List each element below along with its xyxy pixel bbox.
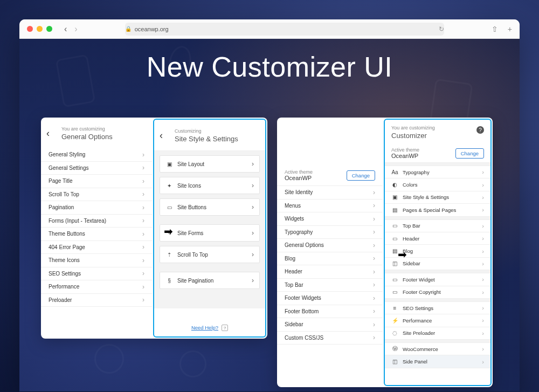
panel-title: Customizer xyxy=(391,132,484,140)
panel-old-root: Active theme OceanWP Change Site Identit… xyxy=(277,118,383,387)
menu-item[interactable]: ✦Site Icons› xyxy=(160,177,260,194)
address-bar[interactable]: 🔒 oceanwp.org ↻ xyxy=(125,23,444,36)
window-controls[interactable] xyxy=(27,26,52,32)
chevron-right-icon: › xyxy=(482,359,484,365)
chevron-right-icon: › xyxy=(252,203,254,211)
chevron-right-icon: › xyxy=(373,321,375,328)
active-theme-label: Active theme xyxy=(285,169,313,175)
menu-item-label: Top Bar xyxy=(285,282,303,288)
arrow-icon: ➡ xyxy=(398,248,407,261)
menu-item[interactable]: ▭Site Buttons› xyxy=(160,198,260,216)
forward-icon: › xyxy=(74,24,77,34)
menu-item[interactable]: Header› xyxy=(277,265,383,279)
back-button[interactable]: ‹ xyxy=(46,127,50,139)
item-icon: ▭ xyxy=(391,289,398,295)
item-icon: ▭ xyxy=(391,236,398,242)
menu-item[interactable]: ▭Footer Copyright› xyxy=(385,286,490,299)
menu-item-label: Site Identity xyxy=(285,189,313,195)
item-icon: ⇡ xyxy=(165,251,173,258)
browser-toolbar: ‹ › 🔒 oceanwp.org ↻ ⇧ + xyxy=(19,19,520,39)
menu-item[interactable]: Sidebar› xyxy=(277,318,383,332)
menu-item[interactable]: General Settings› xyxy=(41,162,152,175)
menu-item[interactable]: ▭Top Bar› xyxy=(385,220,490,232)
menu-item[interactable]: Preloader› xyxy=(41,294,152,307)
menu-item[interactable]: ⚡Performance› xyxy=(385,314,490,327)
item-icon: ◐ xyxy=(391,182,398,188)
close-icon[interactable] xyxy=(27,26,33,32)
menu-item-label: Performance xyxy=(403,318,432,324)
menu-item[interactable]: Widgets› xyxy=(277,212,383,226)
menu-item[interactable]: General Styling› xyxy=(41,148,152,162)
menu-item-label: Theme Buttons xyxy=(49,231,85,237)
menu-item[interactable]: Forms (Input - Textarea)› xyxy=(41,215,152,228)
menu-item[interactable]: Performance› xyxy=(41,280,152,294)
menu-item[interactable]: ▤Pages & Special Pages› xyxy=(385,204,490,216)
chevron-right-icon: › xyxy=(373,268,375,276)
menu-item[interactable]: Pagination› xyxy=(41,201,152,215)
menu-item[interactable]: Menus› xyxy=(277,200,383,213)
menu-item[interactable]: ⓌWooCommerce› xyxy=(385,343,490,355)
menu-item[interactable]: Typography› xyxy=(277,226,383,239)
menu-item[interactable]: ▣Site Layout› xyxy=(160,155,260,173)
menu-item-label: Forms (Input - Textarea) xyxy=(49,218,106,224)
menu-item-label: Footer Copyright xyxy=(403,289,441,295)
menu-item[interactable]: Blog› xyxy=(277,252,383,266)
breadcrumb: Customizing xyxy=(175,128,255,134)
menu-item[interactable]: Theme Icons› xyxy=(41,254,152,267)
item-icon: ▭ xyxy=(391,277,398,283)
menu-item-label: Scroll To Top xyxy=(49,191,79,197)
chevron-right-icon: › xyxy=(482,330,484,336)
menu-item[interactable]: Theme Buttons› xyxy=(41,228,152,241)
new-tab-icon[interactable]: + xyxy=(508,25,512,33)
menu-item[interactable]: Scroll To Top› xyxy=(41,188,152,202)
menu-item[interactable]: Page Title› xyxy=(41,175,152,188)
change-theme-button[interactable]: Change xyxy=(455,148,484,159)
menu-item[interactable]: AaTypography› xyxy=(385,166,490,178)
menu-item[interactable]: ✎Site Forms› xyxy=(160,224,260,242)
menu-item[interactable]: ◐Colors› xyxy=(385,178,490,191)
reload-icon[interactable]: ↻ xyxy=(439,25,444,33)
change-theme-button[interactable]: Change xyxy=(347,170,375,181)
share-icon[interactable]: ⇧ xyxy=(492,25,498,33)
chevron-right-icon: › xyxy=(142,177,144,185)
help-link[interactable]: Need Help?? xyxy=(154,308,265,336)
menu-item-label: Site Layout xyxy=(177,161,204,167)
menu-item-label: Footer Widget xyxy=(403,277,435,283)
chevron-right-icon: › xyxy=(142,257,144,264)
menu-item[interactable]: §Site Pagination› xyxy=(160,272,260,289)
chevron-right-icon: › xyxy=(373,215,375,223)
menu-item[interactable]: ⇡Scroll To Top› xyxy=(160,246,260,263)
menu-item-label: 404 Error Page xyxy=(49,244,85,250)
menu-item-label: Typography xyxy=(403,169,430,175)
back-button[interactable]: ‹ xyxy=(160,129,163,141)
menu-item[interactable]: ▣Site Style & Settings› xyxy=(385,191,490,204)
minimize-icon[interactable] xyxy=(37,26,43,32)
menu-item-label: Pages & Special Pages xyxy=(403,207,456,213)
menu-item[interactable]: Custom CSS/JS› xyxy=(277,332,383,345)
chevron-right-icon: › xyxy=(142,270,144,277)
chevron-right-icon: › xyxy=(482,248,484,255)
menu-item[interactable]: ≡SEO Settings› xyxy=(385,302,490,314)
active-theme-label: Active theme xyxy=(391,147,419,153)
menu-item[interactable]: Site Identity› xyxy=(277,186,383,200)
menu-item-label: Header xyxy=(285,269,302,274)
help-icon: ? xyxy=(222,325,228,331)
chevron-right-icon: › xyxy=(482,182,484,188)
back-icon[interactable]: ‹ xyxy=(64,24,67,34)
menu-item[interactable]: Footer Widgets› xyxy=(277,292,383,305)
maximize-icon[interactable] xyxy=(46,26,52,32)
menu-item[interactable]: SEO Settings› xyxy=(41,267,152,281)
help-icon[interactable]: ? xyxy=(476,126,484,134)
menu-item[interactable]: ▭Header› xyxy=(385,232,490,245)
menu-item[interactable]: ▭Footer Widget› xyxy=(385,273,490,286)
item-icon: ▭ xyxy=(165,203,173,211)
menu-item[interactable]: Top Bar› xyxy=(277,279,383,292)
menu-item[interactable]: ◌Site Preloader› xyxy=(385,327,490,340)
chevron-right-icon: › xyxy=(373,202,375,209)
menu-item[interactable]: General Options› xyxy=(277,239,383,252)
menu-item[interactable]: Footer Bottom› xyxy=(277,305,383,319)
menu-item[interactable]: 404 Error Page› xyxy=(41,241,152,255)
chevron-right-icon: › xyxy=(142,164,144,171)
menu-item[interactable]: ◫Side Panel› xyxy=(385,355,490,368)
chevron-right-icon: › xyxy=(373,242,375,249)
